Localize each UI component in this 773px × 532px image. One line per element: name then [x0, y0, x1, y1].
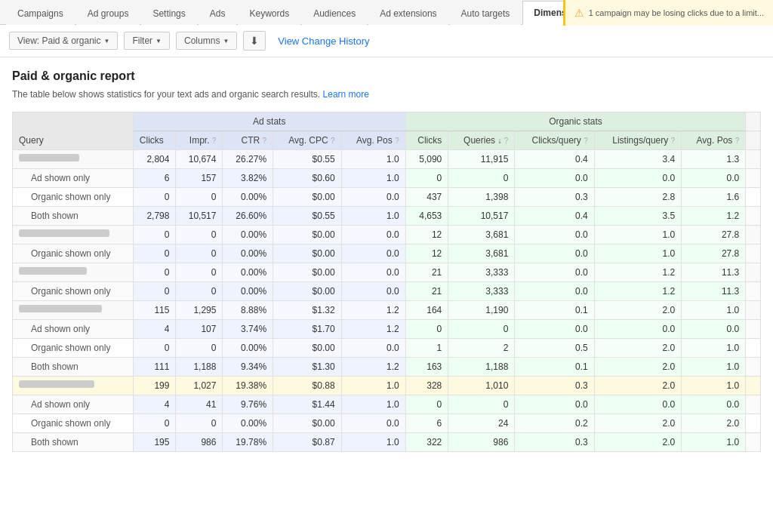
view-selector[interactable]: View: Paid & organic ▼: [9, 32, 118, 50]
tab-ads[interactable]: Ads: [199, 2, 237, 25]
cpc-help-icon[interactable]: ?: [331, 137, 335, 145]
table-row: ████████2,80410,67426.27%$0.551.05,09011…: [13, 150, 761, 169]
query-cell: Organic shown only: [13, 244, 134, 263]
tab-audiences[interactable]: Audiences: [302, 2, 367, 25]
tab-adgroups[interactable]: Ad groups: [76, 2, 140, 25]
download-button[interactable]: ⬇: [243, 31, 266, 51]
org-pos-header: Avg. Pos ?: [682, 131, 746, 150]
filter-caret: ▼: [156, 38, 162, 45]
query-cell: Ad shown only: [13, 395, 134, 414]
query-cell: Both shown: [13, 207, 134, 226]
table-row: Ad shown only4419.76%$1.441.0000.00.00.0: [13, 395, 761, 414]
page-description: The table below shows statistics for you…: [12, 89, 761, 100]
query-cell: Both shown: [13, 433, 134, 452]
data-table: Query Ad stats Organic stats Clicks Impr…: [12, 112, 761, 452]
query-cell: ████████: [13, 301, 134, 320]
query-cell: Organic shown only: [13, 282, 134, 301]
ad-cpc-header: Avg. CPC ?: [273, 131, 342, 150]
table-row: Ad shown only41073.74%$1.701.2000.00.00.…: [13, 320, 761, 339]
cq-help-icon[interactable]: ?: [584, 137, 588, 145]
table-row: Organic shown only000.00%$0.000.0120.52.…: [13, 339, 761, 358]
alert-banner: ⚠ 1 campaign may be losing clicks due to…: [563, 0, 773, 26]
ctr-help-icon[interactable]: ?: [263, 137, 267, 145]
tab-adextensions[interactable]: Ad extensions: [368, 2, 448, 25]
filter-label: Filter: [132, 35, 152, 46]
page-content: Paid & organic report The table below sh…: [0, 57, 773, 464]
org-queries-header: Queries ↓ ?: [448, 131, 515, 150]
table-row: Both shown2,79810,51726.60%$0.551.04,653…: [13, 207, 761, 226]
ad-ctr-header: CTR ?: [223, 131, 273, 150]
view-label: View: Paid & organic: [17, 35, 101, 46]
queries-sort-icon: ↓: [497, 137, 501, 145]
ad-impr-header: Impr. ?: [176, 131, 223, 150]
ad-pos-header: Avg. Pos ?: [341, 131, 405, 150]
query-cell: ████████: [13, 226, 134, 244]
org-pos-help-icon[interactable]: ?: [735, 137, 740, 145]
org-clicks-header: Clicks: [405, 131, 448, 150]
columns-caret: ▼: [223, 38, 229, 45]
query-cell: ████████: [13, 150, 134, 169]
page-title: Paid & organic report: [12, 69, 761, 83]
change-history-link[interactable]: View Change History: [278, 35, 369, 47]
columns-button[interactable]: Columns ▼: [176, 32, 237, 50]
tab-autotargets[interactable]: Auto targets: [450, 2, 522, 25]
warning-icon: ⚠: [574, 7, 584, 19]
ad-pos-help-icon[interactable]: ?: [395, 137, 399, 145]
query-cell: Organic shown only: [13, 188, 134, 207]
query-cell: Ad shown only: [13, 169, 134, 188]
queries-help-icon[interactable]: ?: [504, 137, 509, 145]
query-cell: Both shown: [13, 358, 134, 377]
tab-settings[interactable]: Settings: [141, 2, 196, 25]
tab-campaigns[interactable]: Campaigns: [6, 2, 75, 25]
table-row: ████████1151,2958.88%$1.321.21641,1900.1…: [13, 301, 761, 320]
org-cq-header: Clicks/query ?: [515, 131, 594, 150]
ad-stats-header: Ad stats: [133, 112, 405, 131]
alert-text: 1 campaign may be losing clicks due to a…: [589, 8, 764, 17]
org-lq-header: Listings/query ?: [594, 131, 681, 150]
query-header: Query: [13, 112, 134, 150]
view-caret: ▼: [104, 38, 110, 45]
table-row: ████████000.00%$0.000.0213,3330.01.211.3: [13, 263, 761, 282]
columns-label: Columns: [184, 35, 220, 46]
learn-more-link[interactable]: Learn more: [323, 89, 369, 100]
table-row: ████████000.00%$0.000.0123,6810.01.027.8: [13, 226, 761, 244]
impr-help-icon[interactable]: ?: [212, 137, 217, 145]
organic-stats-header: Organic stats: [405, 112, 746, 131]
ad-clicks-header: Clicks: [133, 131, 176, 150]
toolbar: View: Paid & organic ▼ Filter ▼ Columns …: [0, 25, 773, 57]
tab-keywords[interactable]: Keywords: [238, 2, 300, 25]
query-cell: Ad shown only: [13, 320, 134, 339]
table-row: Both shown19598619.78%$0.871.03229860.32…: [13, 433, 761, 452]
query-cell: Organic shown only: [13, 414, 134, 433]
table-row: Ad shown only61573.82%$0.601.0000.00.00.…: [13, 169, 761, 188]
query-cell: ████████: [13, 263, 134, 282]
table-row: Organic shown only000.00%$0.000.04371,39…: [13, 188, 761, 207]
table-row: Organic shown only000.00%$0.000.06240.22…: [13, 414, 761, 433]
query-cell: Organic shown only: [13, 339, 134, 358]
table-row: Both shown1111,1889.34%$1.301.21631,1880…: [13, 358, 761, 377]
table-row: Organic shown only000.00%$0.000.0123,681…: [13, 244, 761, 263]
query-cell: ████████: [13, 377, 134, 395]
lq-help-icon[interactable]: ?: [671, 137, 676, 145]
filter-button[interactable]: Filter ▼: [124, 32, 170, 50]
table-row: Organic shown only000.00%$0.000.0213,333…: [13, 282, 761, 301]
table-row: ████████1991,02719.38%$0.881.03281,0100.…: [13, 377, 761, 395]
